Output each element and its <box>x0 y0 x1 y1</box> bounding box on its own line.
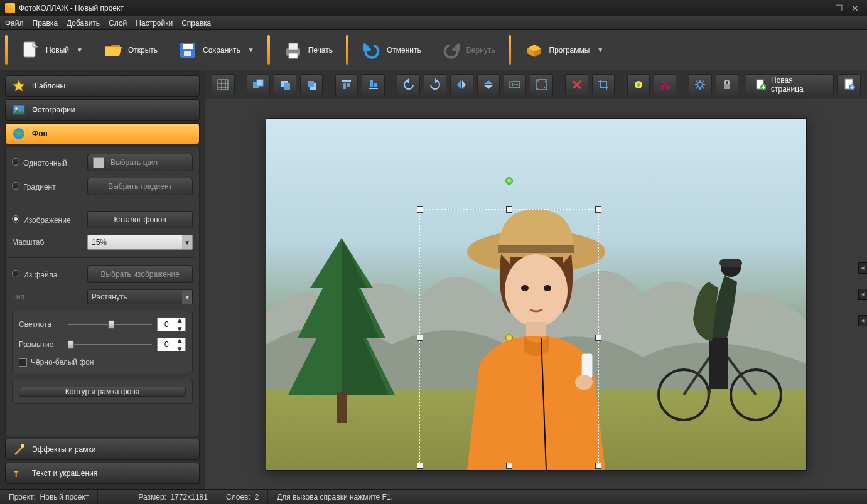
flyout-tab-2[interactable]: ◄ <box>858 289 867 300</box>
svg-rect-32 <box>724 84 730 89</box>
undo-icon <box>362 40 382 60</box>
main-toolbar: Новый ▼ Открыть Сохранить ▼ Печать Отмен… <box>0 30 867 70</box>
handle-nw[interactable] <box>417 206 423 213</box>
bring-front-icon[interactable] <box>247 74 269 95</box>
menubar: Файл Правка Добавить Слой Настройки Спра… <box>0 16 867 30</box>
center-handle[interactable] <box>505 334 513 341</box>
toolbar-separator <box>5 35 8 65</box>
contour-button[interactable]: Контур и рамка фона <box>19 387 186 397</box>
undo-button[interactable]: Отменить <box>353 33 429 67</box>
flip-h-icon[interactable] <box>450 74 473 95</box>
open-button[interactable]: Открыть <box>95 33 166 67</box>
lock-icon[interactable] <box>716 74 738 95</box>
new-button[interactable]: Новый ▼ <box>13 33 91 67</box>
delete-icon[interactable] <box>565 74 588 95</box>
svg-rect-42 <box>719 259 742 267</box>
send-backward-icon[interactable] <box>300 74 323 95</box>
sidebar-label: Текст и украшения <box>32 469 97 478</box>
gear-icon[interactable] <box>689 74 711 95</box>
handle-e[interactable] <box>595 335 601 341</box>
folder-icon <box>103 40 123 60</box>
type-select[interactable]: Растянуть▼ <box>87 289 193 304</box>
choose-gradient-button[interactable]: Выбрать градиент <box>87 178 193 195</box>
print-button[interactable]: Печать <box>275 33 341 67</box>
radio-image[interactable]: Изображение <box>12 215 81 225</box>
brightness-spin[interactable]: ▲▼ <box>157 318 186 331</box>
handle-ne[interactable] <box>595 206 601 213</box>
scissors-icon[interactable] <box>654 74 676 95</box>
toolbar-separator <box>346 35 348 65</box>
menu-layer[interactable]: Слой <box>109 19 127 28</box>
crop-icon[interactable] <box>592 74 615 95</box>
sidebar-item-templates[interactable]: Шаблоны <box>5 75 200 97</box>
canvas-viewport[interactable]: ◄ ◄ ◄ <box>205 99 867 489</box>
radio-gradient[interactable]: Градиент <box>12 182 81 191</box>
handle-s[interactable] <box>506 463 512 469</box>
menu-settings[interactable]: Настройки <box>136 19 173 28</box>
svg-rect-6 <box>289 53 298 58</box>
flip-v-icon[interactable] <box>477 74 500 95</box>
maximize-button[interactable]: ☐ <box>832 3 846 13</box>
svg-rect-43 <box>709 338 728 389</box>
redo-button[interactable]: Вернуть <box>433 33 504 67</box>
photo-icon <box>12 103 26 117</box>
handle-n[interactable] <box>506 206 512 213</box>
sidebar-item-effects[interactable]: Эффекты и рамки <box>5 439 200 460</box>
catalog-button[interactable]: Каталог фонов <box>87 211 193 228</box>
new-icon <box>21 40 41 60</box>
fit-width-icon[interactable] <box>504 74 526 95</box>
rotate-left-icon[interactable] <box>397 74 419 95</box>
radio-fromfile[interactable]: Из файла <box>12 270 81 279</box>
canvas[interactable] <box>266 119 806 470</box>
globe-icon <box>12 127 26 141</box>
rotate-right-icon[interactable] <box>424 74 446 95</box>
sidebar-label: Фотографии <box>32 105 75 114</box>
page-settings-icon[interactable] <box>837 74 860 95</box>
svg-rect-22 <box>369 88 378 89</box>
type-label: Тип <box>12 292 81 301</box>
bw-checkbox[interactable]: Чёрно-белый фон <box>19 358 186 367</box>
flyout-tab-3[interactable]: ◄ <box>858 315 867 326</box>
minimize-button[interactable]: — <box>816 3 829 13</box>
brightness-slider[interactable] <box>68 318 152 331</box>
flyout-tab-1[interactable]: ◄ <box>858 262 867 274</box>
align-top-icon[interactable] <box>335 74 358 95</box>
menu-edit[interactable]: Правка <box>33 19 58 28</box>
sidebar-item-photos[interactable]: Фотографии <box>5 99 200 121</box>
blur-spin[interactable]: ▲▼ <box>157 338 186 351</box>
titlebar: ФотоКОЛЛАЖ - Новый проект — ☐ ✕ <box>0 0 867 16</box>
menu-add[interactable]: Добавить <box>67 19 100 28</box>
scale-select[interactable]: 15%▼ <box>87 235 193 250</box>
handle-sw[interactable] <box>417 463 423 469</box>
handle-w[interactable] <box>417 335 423 341</box>
sidebar-item-text[interactable]: T Текст и украшения <box>5 463 200 484</box>
selection-box[interactable] <box>419 209 599 466</box>
blur-slider[interactable] <box>68 338 152 351</box>
star-icon <box>12 79 26 93</box>
new-page-button[interactable]: Новая страница <box>746 74 834 95</box>
magic-icon <box>12 442 26 456</box>
menu-help[interactable]: Справка <box>181 19 211 28</box>
wand-icon[interactable] <box>627 74 650 95</box>
sidebar-label: Эффекты и рамки <box>32 445 95 454</box>
radio-solid[interactable]: Однотонный <box>12 158 81 168</box>
choose-color-button[interactable]: Выбрать цвет <box>87 154 193 171</box>
programs-button[interactable]: Программы ▼ <box>516 33 612 67</box>
menu-file[interactable]: Файл <box>5 19 24 28</box>
fit-screen-icon[interactable] <box>530 74 552 95</box>
sidebar-item-background[interactable]: Фон <box>5 123 200 144</box>
svg-point-28 <box>637 83 640 87</box>
choose-image-button[interactable]: Выбрать изображение <box>87 265 193 283</box>
align-bottom-icon[interactable] <box>362 74 384 95</box>
bg-tree <box>279 232 404 432</box>
grid-icon[interactable] <box>212 74 234 95</box>
svg-rect-12 <box>218 80 228 90</box>
statusbar: Проект: Новый проект Размер: 1772x1181 С… <box>0 489 867 504</box>
handle-se[interactable] <box>595 463 601 469</box>
rotation-handle[interactable] <box>505 177 513 185</box>
save-button[interactable]: Сохранить ▼ <box>170 33 262 67</box>
svg-point-8 <box>15 107 18 110</box>
bring-forward-icon[interactable] <box>274 74 296 95</box>
svg-text:T: T <box>14 470 19 479</box>
close-button[interactable]: ✕ <box>848 3 862 13</box>
